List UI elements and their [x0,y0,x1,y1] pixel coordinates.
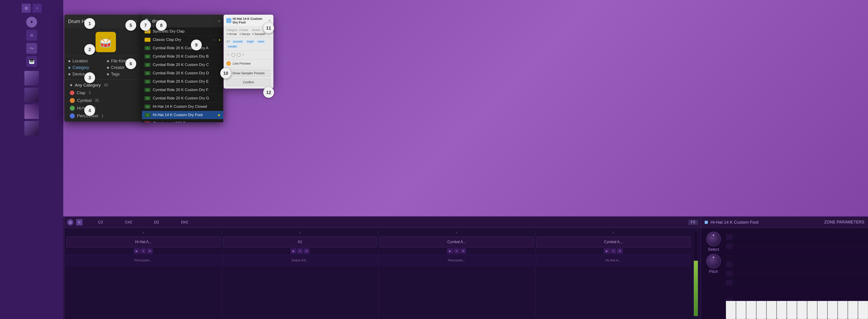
pad-box-3[interactable]: Cymbal A... [536,236,691,247]
sparkle-icon[interactable]: ✦ [26,17,37,28]
tag-bright[interactable]: bright [245,39,255,43]
result-cymbal-b[interactable]: ||| Cymbal Ride 20 K Custom Dry B [142,53,223,61]
pad-plus-2[interactable]: + [379,230,534,236]
show-sampler-presets-btn[interactable]: Show Sampler Presets [226,70,271,77]
result-hihat-foot[interactable]: ||| Hi-Hat 14 K Custom Dry Foot ★ [142,111,223,119]
select-label: Select [708,247,719,252]
result-icon-cymbal-f: ||| [145,88,151,92]
tag-acoustic[interactable]: acoustic [231,39,244,43]
piano-key-g[interactable] [767,301,776,319]
category-clap[interactable]: Clap 3 [64,89,147,97]
select-knob[interactable] [706,231,721,246]
knobs-column: Select Pitch [701,228,726,319]
piano-key-a[interactable] [777,301,787,319]
piano-key-d2[interactable] [807,301,817,319]
pad-plus-0[interactable]: + [66,230,220,236]
dk-grid-btn[interactable]: ⊞ [76,219,83,225]
pad-play-2[interactable]: ▶ [447,248,453,254]
pitch-knob[interactable] [706,254,721,268]
pad-mute-2[interactable]: M [460,248,466,254]
result-cymbal-c[interactable]: ||| Cymbal Ride 20 K Custom Dry C [142,61,223,69]
piano-key-a2[interactable] [848,301,858,319]
piano-keys-bottom [726,301,868,319]
confirm-btn[interactable]: Confirm [226,78,271,86]
waveform-icon[interactable]: 〜 [26,43,37,54]
volume-bar[interactable] [693,231,698,316]
preset-category-col: Category ✱ Hi-hat [226,29,238,36]
callout-7: 7 [140,20,151,31]
piano-key-f[interactable] [756,301,766,319]
category-any[interactable]: ✱ Any Category 65 [64,81,147,89]
piano-key-g2[interactable] [838,301,848,319]
tag-clean[interactable]: clean [256,39,266,43]
category-percussion[interactable]: Percussion 1 [64,112,147,120]
list-icon[interactable]: ≡ [33,4,41,13]
piano-key-c[interactable] [726,301,736,319]
pitch-knob-indicator [713,257,714,258]
piano-key-e2[interactable] [817,301,827,319]
result-hihat-closed[interactable]: ||| Hi-Hat 14 K Custom Dry Closed [142,102,223,111]
result-clap-legend[interactable]: ~ Clap Legend 808 Dry.wav [142,119,223,122]
pad-solo-0[interactable]: S [140,248,146,254]
piano-key-c2[interactable] [797,301,807,319]
piano-icon[interactable]: 🎹 [26,56,37,67]
result-classic-clap-dry[interactable]: Classic Clap Dry ☆ ● [142,36,223,44]
category-cymbal[interactable]: Cymbal 35 [64,97,147,104]
pad-mute-0[interactable]: M [147,248,153,254]
result-cymbal-a[interactable]: ||| Cymbal Ride 20 K Custom Dry A [142,44,223,53]
thumbnail-2 [24,88,39,102]
preset-rating: ☆ + [224,51,273,59]
pad-box-1[interactable]: A1 [223,236,377,247]
rating-plus[interactable]: + [242,53,245,57]
bottom-area: FX 1 Master ⊞ ≡ ⇄ × ∧ ⏻ ⊞ [0,216,868,319]
rating-circle-2[interactable] [237,53,241,57]
equalizer-icon[interactable]: ≋ [26,30,37,41]
pad-box-0[interactable]: Hi-Hat A... [66,236,220,247]
result-cymbal-g[interactable]: ||| Cymbal Ride 20 K Custom Dry G [142,94,223,102]
piano-key-b2[interactable] [858,301,868,319]
pad-play-0[interactable]: ▶ [134,248,140,254]
callout-4: 4 [84,105,95,116]
result-cymbal-e[interactable]: ||| Cymbal Ride 20 K Custom Dry E [142,77,223,86]
result-cymbal-f[interactable]: ||| Cymbal Ride 20 K Custom Dry F [142,86,223,94]
filter-location[interactable]: ✱ Location [68,59,105,63]
filter-tags[interactable]: ✱ Tags [106,72,144,76]
clap-dot [70,91,74,95]
select-knob-container: Select [706,231,721,252]
rating-star[interactable]: ☆ [226,53,230,57]
pad-plus-1[interactable]: + [223,230,377,236]
rating-circle-1[interactable] [231,53,236,57]
tag-metallic[interactable]: metallic [226,44,239,49]
grid-icon[interactable]: ⊞ [22,4,31,13]
filter-creator[interactable]: ✱ Creator [106,65,144,70]
dk-power-btn[interactable]: ⏻ [67,219,73,225]
pad-play-1[interactable]: ▶ [290,248,297,254]
preset-title: Hi-Hat 14 K Custom Dry Foot [233,17,267,24]
piano-key-e[interactable] [746,301,756,319]
result-star-1[interactable]: ☆ [213,38,216,41]
pad-solo-3[interactable]: S [611,248,616,254]
preset-header-icon: ♪ [226,18,231,23]
category-hihat[interactable]: Hi-hat 26 [64,104,147,112]
pad-mute-3[interactable]: M [617,248,623,254]
pad-plus-3[interactable]: + [536,230,691,236]
result-cymbal-d[interactable]: ||| Cymbal Ride 20 K Custom Dry D [142,69,223,77]
result-icon-cymbal-a: ||| [145,46,151,50]
search-close-btn[interactable]: × [218,19,220,24]
result-synthetic-dry-clap[interactable]: 🥁 Synthetic Dry Clap [142,27,223,36]
zone-params-panel: Hi-Hat 14 K Custom Foot ZONE PARAMETERS … [701,216,868,319]
pad-box-2[interactable]: Cymbal A... [379,236,534,247]
result-selected-star[interactable]: ★ [217,113,220,117]
filter-category[interactable]: ✱ Category [68,65,105,70]
piano-key-f2[interactable] [828,301,837,319]
pad-controls-1: ▶ S M [223,248,377,254]
pad-solo-1[interactable]: S [297,248,303,254]
preset-close-btn[interactable]: × [269,19,271,23]
piano-key-b[interactable] [787,301,797,319]
pad-mute-1[interactable]: M [304,248,310,254]
filter-filekind[interactable]: ✱ File Kind [106,59,144,63]
pad-play-3[interactable]: ▶ [604,248,610,254]
piano-key-d[interactable] [736,301,746,319]
callout-10: 10 [220,68,231,78]
pad-solo-2[interactable]: S [454,248,460,254]
